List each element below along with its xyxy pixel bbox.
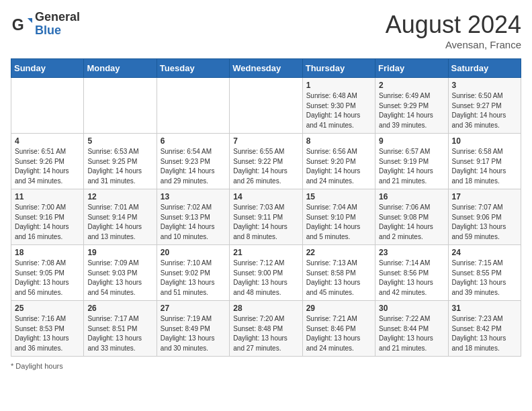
calendar-cell [157, 78, 229, 134]
calendar-week-row: 18Sunrise: 7:08 AM Sunset: 9:05 PM Dayli… [11, 245, 521, 301]
calendar-cell: 31Sunrise: 7:23 AM Sunset: 8:42 PM Dayli… [448, 301, 521, 357]
day-number: 16 [379, 192, 444, 201]
day-number: 28 [233, 304, 298, 313]
calendar-cell: 23Sunrise: 7:14 AM Sunset: 8:56 PM Dayli… [375, 245, 448, 301]
day-number: 3 [452, 81, 517, 90]
col-header-wednesday: Wednesday [230, 59, 302, 78]
calendar-cell: 8Sunrise: 6:56 AM Sunset: 9:20 PM Daylig… [302, 134, 375, 189]
logo: G General Blue [11, 11, 80, 38]
calendar-cell [84, 78, 157, 134]
calendar-cell: 26Sunrise: 7:17 AM Sunset: 8:51 PM Dayli… [84, 301, 157, 357]
day-info: Sunrise: 7:02 AM Sunset: 9:13 PM Dayligh… [161, 203, 226, 242]
day-number: 1 [306, 81, 371, 90]
day-info: Sunrise: 7:12 AM Sunset: 9:00 PM Dayligh… [233, 259, 298, 298]
calendar-cell: 14Sunrise: 7:03 AM Sunset: 9:11 PM Dayli… [230, 189, 302, 245]
calendar-cell: 6Sunrise: 6:54 AM Sunset: 9:23 PM Daylig… [157, 134, 229, 189]
calendar-cell: 15Sunrise: 7:04 AM Sunset: 9:10 PM Dayli… [302, 189, 375, 245]
calendar-cell: 16Sunrise: 7:06 AM Sunset: 9:08 PM Dayli… [375, 189, 448, 245]
day-number: 27 [161, 304, 226, 313]
calendar-cell: 5Sunrise: 6:53 AM Sunset: 9:25 PM Daylig… [84, 134, 157, 189]
calendar-cell: 11Sunrise: 7:00 AM Sunset: 9:16 PM Dayli… [11, 189, 84, 245]
calendar-cell [11, 78, 84, 134]
calendar-cell: 19Sunrise: 7:09 AM Sunset: 9:03 PM Dayli… [84, 245, 157, 301]
title-block: August 2024 Avensan, France [386, 11, 521, 50]
day-info: Sunrise: 6:55 AM Sunset: 9:22 PM Dayligh… [233, 147, 298, 186]
calendar-week-row: 25Sunrise: 7:16 AM Sunset: 8:53 PM Dayli… [11, 301, 521, 357]
location: Avensan, France [386, 39, 521, 50]
calendar-cell: 21Sunrise: 7:12 AM Sunset: 9:00 PM Dayli… [230, 245, 302, 301]
day-number: 22 [306, 248, 371, 257]
page-header: G General Blue August 2024 Avensan, Fran… [11, 11, 521, 50]
day-info: Sunrise: 7:10 AM Sunset: 9:02 PM Dayligh… [161, 259, 226, 298]
day-number: 14 [233, 192, 298, 201]
calendar-cell: 30Sunrise: 7:22 AM Sunset: 8:44 PM Dayli… [375, 301, 448, 357]
day-number: 31 [452, 304, 517, 313]
logo-general-text: General [35, 11, 80, 24]
day-info: Sunrise: 7:19 AM Sunset: 8:49 PM Dayligh… [161, 314, 226, 353]
day-info: Sunrise: 6:50 AM Sunset: 9:27 PM Dayligh… [452, 91, 517, 130]
daylight-note: Daylight hours [15, 362, 62, 370]
calendar-cell: 18Sunrise: 7:08 AM Sunset: 9:05 PM Dayli… [11, 245, 84, 301]
day-number: 9 [379, 136, 444, 146]
day-info: Sunrise: 7:16 AM Sunset: 8:53 PM Dayligh… [15, 314, 80, 353]
day-info: Sunrise: 7:03 AM Sunset: 9:11 PM Dayligh… [233, 203, 298, 242]
day-info: Sunrise: 6:57 AM Sunset: 9:19 PM Dayligh… [379, 147, 444, 186]
calendar-cell: 17Sunrise: 7:07 AM Sunset: 9:06 PM Dayli… [448, 189, 521, 245]
day-number: 21 [233, 248, 298, 257]
calendar-cell: 10Sunrise: 6:58 AM Sunset: 9:17 PM Dayli… [448, 134, 521, 189]
day-info: Sunrise: 6:58 AM Sunset: 9:17 PM Dayligh… [452, 147, 517, 186]
calendar-cell: 24Sunrise: 7:15 AM Sunset: 8:55 PM Dayli… [448, 245, 521, 301]
day-number: 30 [379, 304, 444, 313]
svg-text:G: G [12, 16, 24, 34]
day-info: Sunrise: 6:53 AM Sunset: 9:25 PM Dayligh… [87, 147, 152, 186]
calendar-header-row: SundayMondayTuesdayWednesdayThursdayFrid… [11, 59, 521, 78]
svg-marker-1 [28, 18, 32, 23]
day-number: 17 [452, 192, 517, 201]
col-header-friday: Friday [375, 59, 448, 78]
day-info: Sunrise: 7:07 AM Sunset: 9:06 PM Dayligh… [452, 203, 517, 242]
calendar-cell: 28Sunrise: 7:20 AM Sunset: 8:48 PM Dayli… [230, 301, 302, 357]
day-number: 13 [161, 192, 226, 201]
day-number: 25 [15, 304, 80, 313]
day-number: 19 [87, 248, 152, 257]
day-info: Sunrise: 6:48 AM Sunset: 9:30 PM Dayligh… [306, 91, 371, 130]
day-number: 20 [161, 248, 226, 257]
col-header-thursday: Thursday [302, 59, 375, 78]
calendar-week-row: 11Sunrise: 7:00 AM Sunset: 9:16 PM Dayli… [11, 189, 521, 245]
calendar-cell: 1Sunrise: 6:48 AM Sunset: 9:30 PM Daylig… [302, 78, 375, 134]
calendar-cell [230, 78, 302, 134]
day-info: Sunrise: 7:15 AM Sunset: 8:55 PM Dayligh… [452, 259, 517, 298]
day-info: Sunrise: 7:21 AM Sunset: 8:46 PM Dayligh… [306, 314, 371, 353]
calendar-week-row: 4Sunrise: 6:51 AM Sunset: 9:26 PM Daylig… [11, 134, 521, 189]
day-number: 24 [452, 248, 517, 257]
day-number: 6 [161, 136, 226, 146]
calendar-cell: 25Sunrise: 7:16 AM Sunset: 8:53 PM Dayli… [11, 301, 84, 357]
calendar-cell: 13Sunrise: 7:02 AM Sunset: 9:13 PM Dayli… [157, 189, 229, 245]
month-title: August 2024 [386, 11, 521, 39]
day-info: Sunrise: 6:54 AM Sunset: 9:23 PM Dayligh… [161, 147, 226, 186]
day-number: 5 [87, 136, 152, 146]
calendar-cell: 3Sunrise: 6:50 AM Sunset: 9:27 PM Daylig… [448, 78, 521, 134]
day-info: Sunrise: 7:13 AM Sunset: 8:58 PM Dayligh… [306, 259, 371, 298]
calendar-cell: 29Sunrise: 7:21 AM Sunset: 8:46 PM Dayli… [302, 301, 375, 357]
calendar-cell: 9Sunrise: 6:57 AM Sunset: 9:19 PM Daylig… [375, 134, 448, 189]
calendar-week-row: 1Sunrise: 6:48 AM Sunset: 9:30 PM Daylig… [11, 78, 521, 134]
day-number: 4 [15, 136, 80, 146]
day-number: 23 [379, 248, 444, 257]
day-info: Sunrise: 7:06 AM Sunset: 9:08 PM Dayligh… [379, 203, 444, 242]
day-info: Sunrise: 7:17 AM Sunset: 8:51 PM Dayligh… [87, 314, 152, 353]
day-number: 15 [306, 192, 371, 201]
day-info: Sunrise: 7:20 AM Sunset: 8:48 PM Dayligh… [233, 314, 298, 353]
logo-text: General Blue [35, 11, 80, 38]
calendar-table: SundayMondayTuesdayWednesdayThursdayFrid… [11, 58, 521, 357]
day-info: Sunrise: 6:56 AM Sunset: 9:20 PM Dayligh… [306, 147, 371, 186]
day-info: Sunrise: 7:01 AM Sunset: 9:14 PM Dayligh… [87, 203, 152, 242]
col-header-tuesday: Tuesday [157, 59, 229, 78]
footer-note: * Daylight hours [11, 362, 521, 370]
day-info: Sunrise: 7:09 AM Sunset: 9:03 PM Dayligh… [87, 259, 152, 298]
day-info: Sunrise: 6:49 AM Sunset: 9:29 PM Dayligh… [379, 91, 444, 130]
col-header-saturday: Saturday [448, 59, 521, 78]
day-number: 7 [233, 136, 298, 146]
day-number: 12 [87, 192, 152, 201]
day-number: 18 [15, 248, 80, 257]
